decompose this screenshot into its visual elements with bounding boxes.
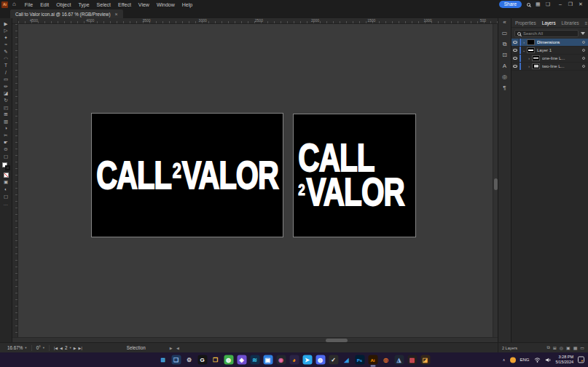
layer-name[interactable]: one-line L... [542, 56, 582, 60]
target-circle-icon[interactable] [582, 41, 585, 44]
horizontal-scrollbar[interactable] [12, 337, 498, 342]
firefox-app[interactable]: ◕ [289, 355, 299, 365]
mesh-tool[interactable]: ⊞ [0, 111, 12, 119]
expand-chevron-icon[interactable]: › [521, 40, 527, 44]
zoom-tool[interactable]: ⊙ [0, 146, 12, 154]
new-layer-icon[interactable]: ▦ [573, 345, 578, 350]
expand-chevron-icon[interactable]: › [526, 56, 532, 60]
delete-layer-icon[interactable]: ▭ [580, 345, 584, 350]
magic-wand-tool[interactable]: ✦ [0, 34, 12, 42]
expand-chevron-icon[interactable]: ⌄ [521, 48, 527, 52]
eraser-tool[interactable]: ◪ [0, 90, 12, 98]
workspace-switcher-icon[interactable]: ▦ [536, 1, 541, 7]
locate-object-icon[interactable]: ◎ [560, 345, 563, 350]
artboard-tool[interactable]: ▢ [0, 153, 12, 160]
minimize-button[interactable]: – [555, 1, 565, 7]
new-sublayer-icon[interactable]: ⊞ [553, 345, 557, 350]
edit-toolbar-icon[interactable]: ⋯ [4, 202, 9, 207]
start-button[interactable]: ⊞ [158, 355, 168, 365]
appearance-icon[interactable]: ◎ [502, 74, 507, 80]
menu-item[interactable]: Effect [118, 2, 131, 7]
blue-round-app[interactable]: ◍ [315, 355, 325, 365]
artboard-two-line[interactable]: CALL 2 VALOR [293, 114, 416, 237]
target-circle-icon[interactable] [582, 57, 585, 60]
curvature-tool[interactable]: ◠ [0, 55, 12, 63]
language-indicator[interactable]: ENG [520, 358, 530, 362]
menu-item[interactable]: Select [97, 2, 111, 7]
panel-tab[interactable]: Layers [542, 20, 556, 25]
collapse-panels-icon[interactable]: « [503, 20, 506, 25]
layers-stack-app[interactable]: ≋ [250, 355, 259, 365]
photos-app[interactable]: ◉ [276, 355, 286, 365]
share-button[interactable]: Share [499, 1, 522, 8]
rotation-value[interactable]: 0° [36, 345, 41, 350]
filter-icon[interactable] [581, 32, 585, 35]
search-input[interactable]: Search All [514, 30, 579, 37]
search-icon[interactable] [527, 3, 530, 7]
hidden-icons-chevron[interactable]: ∧ [503, 358, 506, 362]
illustrator-app[interactable]: Ai [368, 355, 377, 365]
direct-selection-tool[interactable]: ▷ [0, 28, 12, 35]
selection-tool[interactable]: ▶ [0, 20, 12, 28]
panel-tab[interactable]: Properties [515, 20, 536, 25]
task-view-app[interactable]: ❏ [171, 355, 181, 365]
media-app[interactable]: ▨ [407, 355, 417, 365]
viewer3d-app[interactable]: ◮ [394, 355, 404, 365]
artboards-icon[interactable]: ⧉ [503, 42, 507, 47]
stroke-swatch[interactable] [5, 165, 10, 170]
target-circle-icon[interactable] [582, 65, 585, 68]
artboard-number[interactable]: 2 [65, 345, 68, 350]
rectangle-tool[interactable]: ▭ [0, 76, 12, 84]
rotation-caret-icon[interactable]: ▾ [43, 346, 44, 350]
fill-stroke-swatches[interactable] [2, 162, 10, 170]
first-artboard-icon[interactable]: |◀ [54, 346, 58, 350]
target-circle-icon[interactable] [582, 49, 585, 52]
telegram-app[interactable]: ➤ [302, 355, 312, 365]
none-swatch-icon[interactable] [4, 173, 9, 178]
hand-tool[interactable]: ☛ [0, 139, 12, 146]
comments-icon[interactable]: ▭ [502, 31, 508, 36]
asset-export-icon[interactable]: ⊡ [502, 52, 507, 58]
vertical-scrollbar-thumb[interactable] [494, 178, 498, 190]
panel-menu-icon[interactable]: ≡ [585, 20, 588, 25]
expand-chevron-icon[interactable]: › [526, 64, 532, 68]
next-artboard-icon[interactable]: ▶ [74, 346, 77, 350]
make-clip-mask-icon[interactable]: ⧉ [546, 345, 549, 350]
layer-row-two-line[interactable]: › two-line L... [511, 63, 588, 71]
draw-normal-mode-icon[interactable]: ▣ [0, 179, 12, 186]
layer-row-dimensions[interactable]: › Dimensions [511, 39, 588, 47]
tab-close-icon[interactable]: × [115, 12, 118, 17]
pen-tool[interactable]: ✎ [0, 48, 12, 55]
artboard-caret-icon[interactable]: ▾ [69, 346, 71, 350]
collect-export-icon[interactable]: ▣ [566, 345, 571, 350]
layer-name[interactable]: Layer 1 [537, 48, 582, 52]
layer-name[interactable]: Dimensions [537, 40, 582, 44]
menu-item[interactable]: Help [182, 2, 192, 7]
photoshop-app[interactable]: Ps [355, 355, 364, 365]
home-icon[interactable]: ⌂ [12, 1, 16, 7]
prev-artboard-icon[interactable]: ◀ [60, 346, 63, 350]
logitech-ghub-app[interactable]: G [197, 355, 207, 365]
layer-name[interactable]: two-line L... [542, 64, 582, 68]
document-tab[interactable]: Call to Valor icon.ai @ 16.67 % (RGB/Pre… [10, 9, 123, 18]
layer-row-one-line[interactable]: › one-line L... [511, 55, 588, 63]
volume-icon[interactable] [545, 357, 552, 363]
layer-row-layer1[interactable]: ⌄ Layer 1 [511, 47, 588, 55]
gradient-tool[interactable]: ▥ [0, 118, 12, 125]
rotate-tool[interactable]: ↻ [0, 98, 12, 105]
microsoft-store-app[interactable]: ▣ [263, 355, 273, 365]
last-artboard-icon[interactable]: ▶| [79, 346, 82, 350]
file-explorer-app[interactable]: ❒ [211, 355, 220, 365]
restore-button[interactable]: ❐ [565, 1, 576, 7]
zoom-caret-icon[interactable]: ▾ [25, 346, 26, 350]
check-app[interactable]: ✓ [329, 355, 338, 365]
taskbar-clock[interactable]: 3:28 PM 5/15/2024 [556, 355, 573, 364]
menu-item[interactable]: View [138, 2, 149, 7]
vertical-scrollbar[interactable] [493, 24, 498, 337]
close-button[interactable]: ✕ [576, 1, 586, 7]
settings-app[interactable]: ⚙ [184, 355, 194, 365]
blend-tool[interactable]: ◑ [0, 125, 12, 133]
notification-icon[interactable] [578, 357, 584, 363]
artboard-one-line[interactable]: CALL 2 VALOR [91, 113, 283, 237]
tray-app-icon[interactable] [510, 357, 516, 363]
